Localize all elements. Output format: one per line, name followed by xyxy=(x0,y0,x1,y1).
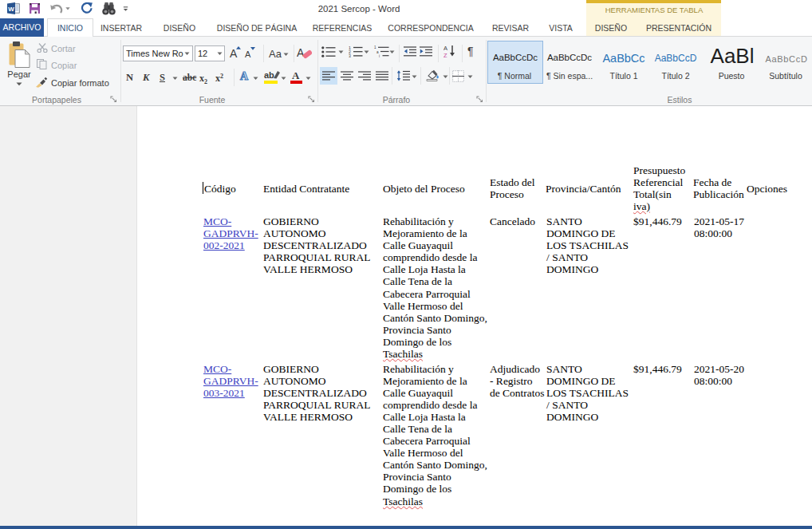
svg-text:Z: Z xyxy=(443,52,447,58)
svg-text:i: i xyxy=(379,54,380,57)
svg-text:A: A xyxy=(297,46,305,59)
svg-text:3: 3 xyxy=(349,53,351,57)
svg-text:W: W xyxy=(8,6,14,13)
